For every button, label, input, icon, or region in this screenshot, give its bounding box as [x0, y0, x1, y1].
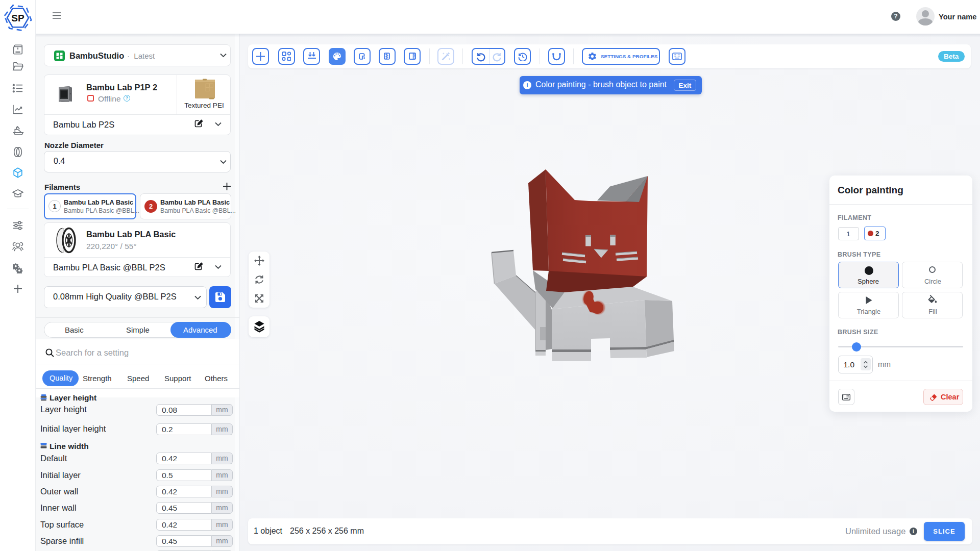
svg-text:SP: SP	[11, 13, 24, 23]
